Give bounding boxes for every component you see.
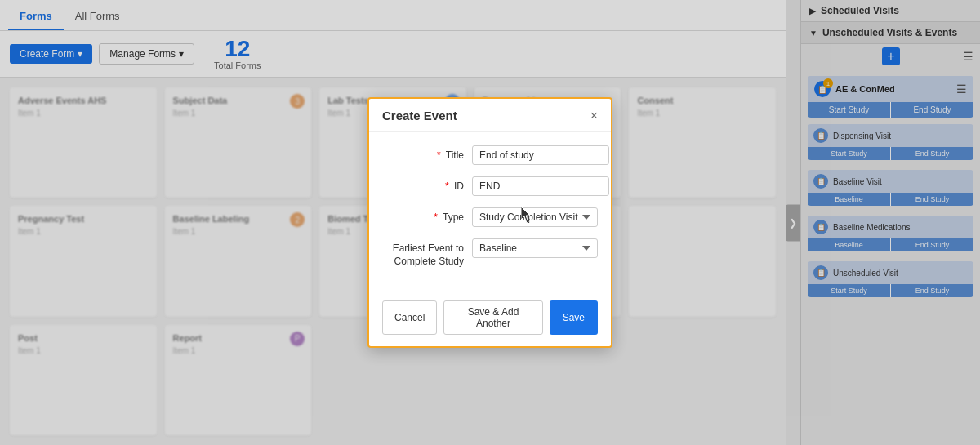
modal-title: Create Event [382,109,457,122]
modal-body: * Title * ID * Type Study [369,132,611,292]
save-add-button[interactable]: Save & Add Another [443,300,542,335]
earliest-row: Earliest Event to Complete Study Baselin… [382,238,598,268]
id-label: * ID [382,176,472,192]
modal-footer: Cancel Save & Add Another Save [369,292,611,346]
cancel-button[interactable]: Cancel [382,300,437,335]
type-label: * Type [382,207,472,223]
create-event-modal: Create Event × * Title * ID [368,97,612,348]
type-row: * Type Study Completion Visit Regular Vi… [382,207,598,227]
id-input[interactable] [472,176,609,196]
required-indicator: * [434,211,438,223]
required-indicator: * [437,149,441,161]
earliest-label: Earliest Event to Complete Study [382,238,472,268]
save-button[interactable]: Save [550,300,598,335]
modal-close-button[interactable]: × [590,109,598,123]
title-input[interactable] [472,145,609,165]
title-row: * Title [382,145,598,165]
type-select[interactable]: Study Completion Visit Regular Visit Uns… [472,207,598,227]
id-row: * ID [382,176,598,196]
modal-overlay[interactable]: Create Event × * Title * ID [0,0,980,445]
required-indicator: * [445,180,449,192]
earliest-select[interactable]: Baseline Start Study End Study [472,238,598,258]
title-label: * Title [382,145,472,161]
modal-header: Create Event × [369,99,611,132]
